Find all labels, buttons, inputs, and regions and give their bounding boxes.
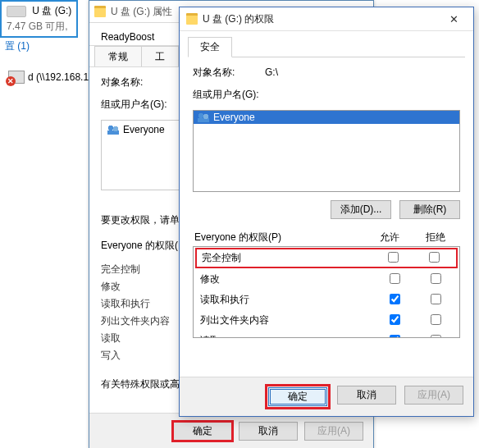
permissions-body: 对象名称: G:\ 组或用户名(G): Everyone 添加(D)... 删除…	[180, 57, 473, 338]
deny-checkbox[interactable]	[431, 273, 441, 284]
drive-subtitle: 7.47 GB 可用,	[7, 20, 71, 34]
close-icon[interactable]: ✕	[437, 10, 470, 28]
add-button[interactable]: 添加(D)...	[331, 200, 391, 219]
tab-tools[interactable]: 工	[141, 46, 179, 66]
permissions-dialog: U 盘 (G:) 的权限 ✕ 安全 对象名称: G:\ 组或用户名(G): Ev…	[179, 7, 474, 417]
folder-icon	[186, 13, 198, 25]
drive-title: U 盘 (G:)	[32, 5, 71, 16]
perm-row-label: 列出文件夹内容	[197, 312, 374, 329]
perm-row-label: 读取	[197, 332, 374, 338]
user-list[interactable]: Everyone	[193, 110, 460, 192]
user-everyone-label: Everyone	[213, 112, 255, 123]
perm-row: 完全控制	[195, 248, 458, 268]
group-icon	[107, 125, 120, 135]
object-value: G:\	[265, 66, 278, 78]
permissions-title: U 盘 (G:) 的权限	[203, 12, 432, 26]
ok-button[interactable]: 确定	[173, 422, 232, 441]
user-everyone-item[interactable]: Everyone	[194, 111, 459, 124]
tab-readyboost[interactable]: ReadyBoost	[94, 28, 167, 45]
user-everyone-label: Everyone	[123, 124, 165, 135]
properties-title: U 盘 (G:) 属性	[111, 5, 172, 19]
network-path: d (\\192.168.1.1	[28, 71, 97, 83]
deny-checkbox[interactable]	[431, 314, 441, 325]
tab-general[interactable]: 常规	[94, 46, 142, 66]
tab-security[interactable]: 安全	[188, 37, 232, 57]
permissions-grid[interactable]: 完全控制修改读取和执行列出文件夹内容读取	[193, 246, 460, 338]
remove-button[interactable]: 删除(R)	[399, 200, 460, 219]
folder-icon	[94, 6, 106, 17]
group-icon	[197, 112, 210, 122]
cancel-button[interactable]: 取消	[239, 422, 298, 441]
perm-header-row: Everyone 的权限(P) 允许 拒绝	[193, 231, 460, 245]
perm-row-label: 读取和执行	[197, 291, 374, 309]
perm-row-label: 完全控制	[198, 249, 372, 267]
ok-button[interactable]: 确定	[268, 387, 327, 406]
network-item[interactable]: ✕ d (\\192.168.1.1	[8, 71, 97, 84]
col-deny: 拒绝	[413, 231, 458, 245]
apply-button[interactable]: 应用(A)	[304, 422, 363, 441]
allow-checkbox[interactable]	[390, 273, 400, 284]
col-allow: 允许	[367, 231, 413, 245]
perm-row: 读取	[194, 331, 459, 338]
object-label: 对象名称:	[193, 66, 235, 78]
deny-checkbox[interactable]	[431, 335, 441, 339]
perm-row: 修改	[194, 269, 459, 290]
section-label: 置 (1)	[0, 36, 34, 57]
permissions-footer: 确定 取消 应用(A)	[180, 377, 473, 416]
drive-item[interactable]: U 盘 (G:) 7.47 GB 可用,	[0, 0, 78, 38]
allow-checkbox[interactable]	[388, 252, 399, 263]
perm-row-label: 修改	[197, 271, 374, 288]
network-drive-icon: ✕	[8, 71, 25, 84]
deny-checkbox[interactable]	[431, 294, 441, 304]
apply-button[interactable]: 应用(A)	[404, 386, 463, 405]
cancel-button[interactable]: 取消	[337, 386, 396, 405]
properties-footer: 确定 取消 应用(A)	[89, 413, 373, 448]
permissions-titlebar[interactable]: U 盘 (G:) 的权限 ✕	[180, 7, 473, 31]
allow-checkbox[interactable]	[390, 294, 400, 304]
users-label: 组或用户名(G):	[193, 88, 460, 102]
perm-row: 读取和执行	[194, 290, 459, 310]
perm-header: Everyone 的权限(P)	[194, 231, 367, 245]
allow-checkbox[interactable]	[390, 335, 400, 339]
permissions-tabs: 安全	[180, 31, 473, 57]
deny-checkbox[interactable]	[429, 252, 440, 263]
allow-checkbox[interactable]	[390, 314, 400, 325]
perm-row: 列出文件夹内容	[194, 310, 459, 331]
disconnected-icon: ✕	[6, 76, 16, 86]
drive-icon	[7, 6, 26, 17]
user-buttons: 添加(D)... 删除(R)	[193, 200, 460, 219]
